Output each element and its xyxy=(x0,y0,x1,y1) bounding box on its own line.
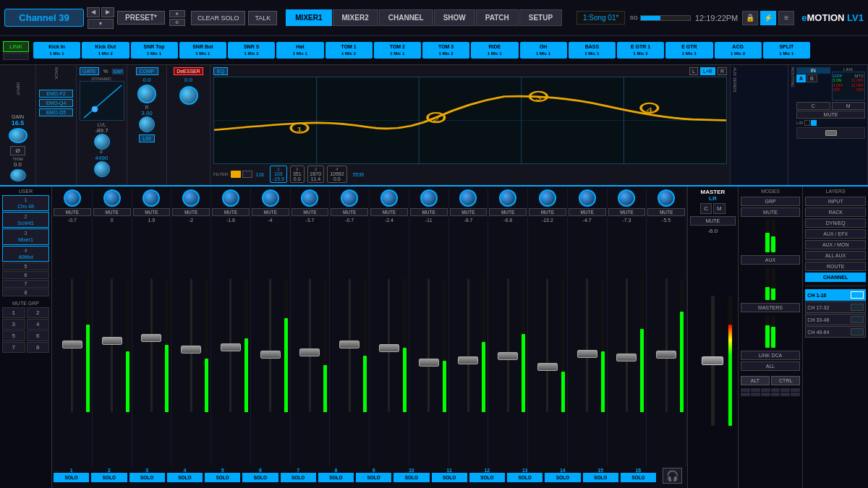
ch-knob-5[interactable] xyxy=(222,189,239,207)
emo-q4[interactable]: EMO-Q4 xyxy=(39,99,73,107)
ch-knob-7[interactable] xyxy=(301,189,318,207)
ch-knob-13[interactable] xyxy=(539,189,556,207)
mute-btn-1[interactable]: MUTE xyxy=(54,208,91,216)
deeser-btn[interactable]: DeESSER xyxy=(174,67,203,75)
phase-btn[interactable]: Ø xyxy=(10,146,25,155)
mute-grp-3[interactable]: 3 xyxy=(2,319,25,330)
ch-knob-4[interactable] xyxy=(182,189,200,207)
emo-d5[interactable]: EMO-D5 xyxy=(39,108,73,116)
alt-btn[interactable]: ALT xyxy=(741,376,770,385)
fader-handle-13[interactable] xyxy=(537,363,558,371)
ch-knob-14[interactable] xyxy=(579,189,596,207)
ch-name-1[interactable]: Kick In1 Mic 1 xyxy=(33,42,80,59)
m-btn[interactable]: M xyxy=(832,102,866,110)
fader-handle-3[interactable] xyxy=(141,334,161,342)
ch-name-3[interactable]: SNR Top1 Mic 1 xyxy=(131,42,178,59)
ch-knob-12[interactable] xyxy=(499,189,516,207)
prev-btn[interactable]: ◀ xyxy=(87,7,100,17)
master-m-btn[interactable]: M xyxy=(713,203,726,214)
solo-btn-1[interactable]: SOLO xyxy=(54,473,89,482)
filter-lp-btn[interactable] xyxy=(242,171,252,178)
fader-handle-4[interactable] xyxy=(181,346,201,354)
fader-handle-10[interactable] xyxy=(419,359,439,367)
mute-btn-4[interactable]: MUTE xyxy=(172,208,210,216)
ch-49-64-btn[interactable]: CH 49-64 xyxy=(805,326,866,338)
fader-handle-9[interactable] xyxy=(379,344,399,352)
ch-name-8[interactable]: TOM 21 Mic 1 xyxy=(374,42,421,59)
rack-layer-btn[interactable]: RACK xyxy=(805,207,866,217)
user-btn-5[interactable]: 5 xyxy=(2,262,49,270)
ch-33-48-btn[interactable]: CH 33-48 xyxy=(805,314,866,325)
routing-a-btn[interactable]: A xyxy=(796,74,806,82)
user-btn-4[interactable]: 4A9Mut xyxy=(2,246,49,262)
fader-handle-14[interactable] xyxy=(577,350,597,358)
ch-17-32-btn[interactable]: CH 17-32 xyxy=(805,301,866,313)
mute-btn-12[interactable]: MUTE xyxy=(489,208,527,216)
talk-btn[interactable]: TALK xyxy=(248,11,277,25)
ch-knob-11[interactable] xyxy=(459,189,477,207)
user-btn-3[interactable]: 3Mixer1 xyxy=(2,228,49,244)
filter-hp-btn[interactable] xyxy=(231,171,241,178)
ch-name-16[interactable]: SPLIT1 Mic 1 xyxy=(763,42,810,59)
ch-name-14[interactable]: E GTR1 Mic 1 xyxy=(665,42,712,59)
mute-btn-11[interactable]: MUTE xyxy=(450,208,488,216)
link-dca-btn[interactable]: LINK DCA xyxy=(741,351,801,360)
channel-layer-btn[interactable]: CHANNEL xyxy=(805,273,866,282)
ch-name-4[interactable]: SNR Bot1 Mic 1 xyxy=(179,42,226,59)
ch-knob-10[interactable] xyxy=(420,189,438,207)
solo-btn-2[interactable]: SOLO xyxy=(91,473,127,482)
down-btn[interactable]: ▼ xyxy=(88,19,114,29)
gate-btn[interactable]: GATE xyxy=(80,67,99,75)
solo-btn-4[interactable]: SOLO xyxy=(167,473,203,482)
solo-btn-14[interactable]: SOLO xyxy=(545,473,580,482)
mute-grp-8[interactable]: 8 xyxy=(27,342,50,353)
routing-fader[interactable] xyxy=(796,127,865,139)
mute-btn-8[interactable]: MUTE xyxy=(331,208,368,216)
mute-btn-9[interactable]: MUTE xyxy=(370,208,408,216)
route-layer-btn[interactable]: ROUTE xyxy=(805,262,866,271)
allaux-layer-btn[interactable]: ALL AUX xyxy=(805,251,866,260)
gain-knob[interactable] xyxy=(9,128,27,143)
mute-routing-btn[interactable]: MUTE xyxy=(796,111,865,119)
deeser-knob[interactable] xyxy=(179,86,198,105)
ch-knob-8[interactable] xyxy=(341,189,358,207)
mute-btn-15[interactable]: MUTE xyxy=(608,208,646,216)
mute-btn-14[interactable]: MUTE xyxy=(569,208,606,216)
mute-grp-2[interactable]: 2 xyxy=(27,307,50,318)
tab-show[interactable]: SHOW xyxy=(434,9,475,26)
aux-btn[interactable]: AUX xyxy=(741,255,801,265)
headphone-icon[interactable]: 🎧 xyxy=(663,468,682,484)
master-fader-handle[interactable] xyxy=(702,356,723,365)
ch-name-11[interactable]: OH1 Mic 1 xyxy=(520,42,567,59)
solo-btn-8[interactable]: SOLO xyxy=(318,473,354,482)
mute-grp-7[interactable]: 7 xyxy=(2,342,25,353)
all-btn[interactable]: ALL xyxy=(741,361,801,371)
ch-knob-2[interactable] xyxy=(103,189,121,207)
ch-1-16-btn[interactable]: CH 1-16 xyxy=(805,289,866,301)
solo-btn-16[interactable]: SOLO xyxy=(621,473,656,482)
fader-handle-16[interactable] xyxy=(656,351,676,359)
fader-handle-15[interactable] xyxy=(616,354,637,361)
input-layer-btn[interactable]: INPUT xyxy=(805,197,866,206)
eq-lr-btn[interactable]: L+R xyxy=(700,67,715,75)
tab-channel[interactable]: CHANNEL xyxy=(379,9,433,26)
ch-name-15[interactable]: ACG1 Mic 2 xyxy=(715,42,762,59)
solo-btn-11[interactable]: SOLO xyxy=(432,473,467,482)
ch-name-2[interactable]: Kick Out1 Mic 2 xyxy=(82,42,129,59)
f-knob[interactable] xyxy=(94,161,110,177)
fader-handle-1[interactable] xyxy=(62,341,82,348)
ch-knob-16[interactable] xyxy=(658,189,675,207)
tab-patch[interactable]: PATCH xyxy=(476,9,519,26)
masters-btn[interactable]: MASTERS xyxy=(741,303,801,312)
ch-name-7[interactable]: TOM 11 Mic 2 xyxy=(326,42,373,59)
fader-handle-7[interactable] xyxy=(299,348,320,356)
mute-btn-16[interactable]: MUTE xyxy=(647,208,685,216)
solo-btn-13[interactable]: SOLO xyxy=(507,473,542,482)
preset-gear-btn[interactable]: ⚙ xyxy=(169,19,185,26)
fader-handle-6[interactable] xyxy=(260,351,281,359)
headphone-btn[interactable]: 🎧 xyxy=(658,468,686,487)
fader-handle-5[interactable] xyxy=(221,343,241,351)
mute-btn-7[interactable]: MUTE xyxy=(292,208,329,216)
lim-btn[interactable]: LIM xyxy=(139,134,155,142)
ch-knob-6[interactable] xyxy=(262,189,279,207)
